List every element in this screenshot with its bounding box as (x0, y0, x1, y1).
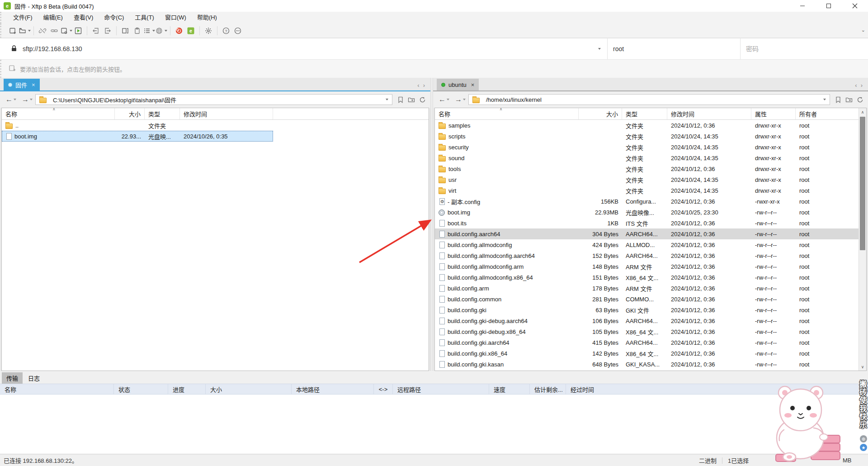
toolbar-overflow-chevron[interactable]: ⌄ (861, 27, 865, 33)
address-dropdown-icon[interactable] (598, 48, 601, 50)
tab-log[interactable]: 日志 (24, 372, 44, 384)
menu-file[interactable]: 文件(F) (8, 12, 38, 24)
column-header-date[interactable]: 修改时间 (180, 108, 273, 119)
disconnect-button[interactable] (37, 25, 48, 37)
more-button[interactable] (232, 25, 244, 37)
menu-edit[interactable]: 编辑(E) (38, 12, 68, 24)
transfer-to-local-button[interactable] (90, 25, 102, 37)
back-history-icon[interactable] (447, 99, 449, 100)
path-dropdown-icon[interactable] (386, 99, 388, 100)
scroll-up-icon[interactable]: ∧ (859, 108, 866, 116)
menu-tools[interactable]: 工具(T) (129, 12, 160, 24)
file-row[interactable]: build.config.arm178 BytesARM 文件2024/10/1… (435, 283, 859, 294)
transfer-col-remaining[interactable]: 估计剩余... (530, 384, 566, 394)
xftp-button[interactable]: e (185, 25, 197, 37)
tab-scroll-arrows[interactable]: ‹› (417, 82, 429, 89)
title-bar[interactable]: e 固件 - Xftp 8 Beta (Build 0047) (0, 0, 868, 12)
file-row[interactable]: sound文件夹2024/10/24, 14:35drwxr-xr-xroot (435, 152, 859, 163)
file-row[interactable]: security文件夹2024/10/24, 14:35drwxr-xr-xro… (435, 142, 859, 152)
menu-view[interactable]: 查看(V) (68, 12, 99, 24)
close-button[interactable] (842, 0, 868, 12)
menu-window[interactable]: 窗口(W) (160, 12, 192, 24)
transfer-col-remotepath[interactable]: 远程路径 (393, 384, 489, 394)
column-header-name[interactable]: 名称∧ (435, 108, 579, 119)
transfer-col-speed[interactable]: 速度 (489, 384, 530, 394)
settings-button[interactable] (203, 25, 214, 37)
remote-path-field[interactable]: /home/xu/linux/kernel (468, 94, 830, 105)
file-row[interactable]: build.config.gki.x86_64142 BytesX86_64 文… (435, 348, 859, 359)
password-input[interactable] (746, 45, 868, 52)
transfer-col-status[interactable]: 状态 (114, 384, 168, 394)
file-row[interactable]: scripts文件夹2024/10/24, 14:35drwxr-xr-xroo… (435, 131, 859, 142)
column-header-attr[interactable]: 属性 (751, 108, 796, 119)
open-session-button[interactable] (19, 25, 31, 37)
tab-close-icon[interactable]: × (471, 81, 475, 88)
transfer-col-size[interactable]: 大小 (206, 384, 292, 394)
scrollbar-thumb[interactable] (860, 117, 865, 250)
open-xshell-button[interactable] (173, 25, 185, 37)
file-row[interactable]: build.config.allmodconfig.x86_64151 Byte… (435, 272, 859, 283)
file-row[interactable]: samples文件夹2024/10/12, 0:36drwxr-xr-xroot (435, 120, 859, 131)
forward-icon[interactable]: → (22, 95, 29, 104)
column-header-date[interactable]: 修改时间 (667, 108, 751, 119)
tab-scroll-arrows[interactable]: ‹› (855, 82, 866, 89)
vertical-scrollbar[interactable]: ∧ ∨ (859, 108, 866, 371)
address-input[interactable] (23, 45, 607, 52)
transfer-col-progress[interactable]: 进度 (168, 384, 206, 394)
file-row[interactable]: build.config.allmodconfig.aarch64152 Byt… (435, 250, 859, 261)
file-row[interactable]: tools文件夹2024/10/12, 0:36drwxr-xr-xroot (435, 163, 859, 174)
column-header-type[interactable]: 类型 (622, 108, 667, 119)
transfer-to-remote-button[interactable] (102, 25, 113, 37)
file-row[interactable]: build.config.gki63 BytesGKI 文件2024/10/12… (435, 304, 859, 315)
transfer-col-name[interactable]: 名称 (0, 384, 114, 394)
encoding-button[interactable] (155, 25, 167, 37)
forward-history-icon[interactable] (30, 99, 33, 100)
file-row[interactable]: build.config.allmodconfig424 BytesALLMOD… (435, 239, 859, 250)
tab-transfer[interactable]: 传输 (2, 372, 23, 384)
copy-button[interactable] (131, 25, 143, 37)
file-row[interactable]: build.config.gki-debug.x86_64105 BytesX8… (435, 326, 859, 337)
view-mode-button[interactable] (143, 25, 155, 37)
reconnect-button[interactable] (48, 25, 60, 37)
file-row[interactable]: build.config.gki.kasan648 BytesGKI_KASA.… (435, 359, 859, 370)
file-row[interactable]: build.config.gki-debug.aarch64106 BytesA… (435, 315, 859, 326)
session-properties-button[interactable] (60, 25, 72, 37)
file-row[interactable]: build.config.allmodconfig.arm148 BytesAR… (435, 261, 859, 272)
file-row[interactable]: boot.its1KBITS 文件2024/10/12, 0:36-rw-r--… (435, 218, 859, 228)
minimize-button[interactable] (789, 0, 816, 12)
run-button[interactable] (72, 25, 84, 37)
file-row[interactable]: build.config.gki.aarch64415 BytesAARCH64… (435, 337, 859, 348)
back-icon[interactable]: ← (439, 95, 446, 104)
file-row[interactable]: build.config.aarch64304 BytesAARCH64...2… (435, 228, 859, 239)
menu-command[interactable]: 命令(C) (99, 12, 129, 24)
new-session-button[interactable] (7, 25, 19, 37)
back-history-icon[interactable] (14, 99, 16, 100)
column-header-owner[interactable]: 所有者 (796, 108, 859, 119)
file-row[interactable]: virt文件夹2024/10/24, 14:35drwxr-xr-xroot (435, 185, 859, 196)
column-header-size[interactable]: 大小 (115, 108, 145, 119)
refresh-button[interactable] (854, 94, 865, 105)
transfer-col-elapsed[interactable]: 经过时间 (566, 384, 868, 394)
maximize-button[interactable] (816, 0, 842, 12)
back-icon[interactable]: ← (5, 95, 13, 104)
refresh-button[interactable] (417, 94, 428, 105)
add-folder-button[interactable] (406, 94, 417, 105)
bookmark-button[interactable] (833, 94, 844, 105)
column-header-name[interactable]: 名称∧ (2, 108, 115, 119)
file-row[interactable]: build.config.common281 BytesCOMMO...2024… (435, 294, 859, 304)
forward-icon[interactable]: → (455, 95, 462, 104)
local-path-field[interactable]: C:\Users\QINGJUE\Desktop\git\taishanpai\… (35, 94, 392, 105)
local-tab-firmware[interactable]: 固件 × (4, 79, 40, 90)
add-folder-button[interactable] (844, 94, 854, 105)
help-button[interactable]: ? (220, 25, 232, 37)
menu-help[interactable]: 帮助(H) (192, 12, 222, 24)
file-row[interactable]: usr文件夹2024/10/24, 14:35drwxr-xr-xroot (435, 174, 859, 185)
transfer-col-localpath[interactable]: 本地路径 (292, 384, 374, 394)
transfer-col-direction[interactable]: <-> (374, 384, 393, 394)
path-dropdown-icon[interactable] (823, 99, 826, 100)
column-header-size[interactable]: 大小 (579, 108, 622, 119)
column-header-type[interactable]: 类型 (145, 108, 180, 119)
username-input[interactable] (613, 45, 740, 52)
file-row[interactable]: boot.img22.93...光盘映...2024/10/26, 0:35 (2, 131, 273, 142)
forward-history-icon[interactable] (463, 99, 466, 100)
